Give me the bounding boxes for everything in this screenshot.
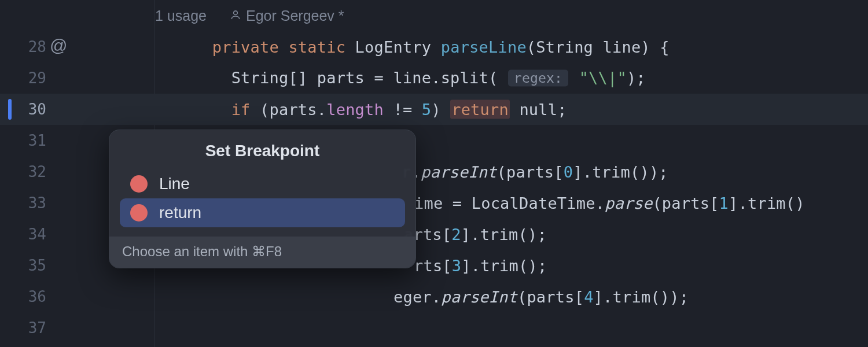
set-breakpoint-popup: Set Breakpoint Line return Choose an ite… [109,130,416,268]
line-number: 31 [0,133,46,148]
code-line[interactable]: 36 eger.parseInt(parts[4].trim()); [0,281,868,312]
code-inlays: 1 usage Egor Sergeev * [155,9,344,23]
line-number: 28 [0,39,46,54]
code-text: arts[2].trim(); [404,227,547,242]
line-number: 29 [0,71,46,86]
popup-item-label: return [159,205,201,221]
author-name: Egor Sergeev * [246,8,344,24]
code-text: if (parts.length != 5) return null; [155,102,567,117]
line-number: 36 [0,289,46,304]
code-text: eger.parseInt(parts[4].trim()); [393,289,689,305]
line-number: 32 [0,164,46,179]
line-number: 33 [0,195,46,211]
code-text: r.parseInt(parts[0].trim()); [402,164,668,180]
popup-title: Set Breakpoint [109,130,415,169]
popup-items: Line return [109,169,415,237]
usages-inlay[interactable]: 1 usage [155,9,207,23]
param-hint: regex: [508,70,568,87]
person-icon [230,9,241,21]
author-inlay[interactable]: Egor Sergeev * [230,9,344,23]
code-text: rts[3].trim(); [414,258,547,274]
override-marker-icon[interactable]: @ [50,37,67,54]
code-editor: 1 usage Egor Sergeev * 28 @ private stat… [0,0,868,347]
breakpoint-dot-icon [130,204,148,222]
code-line[interactable]: 28 @ private static LogEntry parseLine(S… [0,31,868,62]
return-highlight: return [450,100,510,119]
code-line-current[interactable]: 30 if (parts.length != 5) return null; [0,94,868,125]
svg-point-0 [234,11,238,15]
breakpoint-dot-icon [130,175,148,193]
popup-footer-hint: Choose an item with ⌘F8 [109,237,415,268]
code-line[interactable]: 37 [0,312,868,344]
code-text: ime = LocalDateTime.parse(parts[1].trim(… [414,195,805,211]
line-number: 34 [0,227,46,242]
line-number: 37 [0,320,46,335]
breakpoint-option-return[interactable]: return [120,198,405,227]
popup-item-label: Line [159,176,190,192]
breakpoint-option-line[interactable]: Line [120,169,405,198]
line-number: 35 [0,258,46,273]
code-text: String[] parts = line.split( regex: "\\|… [155,70,646,87]
line-number: 30 [0,102,46,117]
code-line[interactable]: 29 String[] parts = line.split( regex: "… [0,62,868,94]
